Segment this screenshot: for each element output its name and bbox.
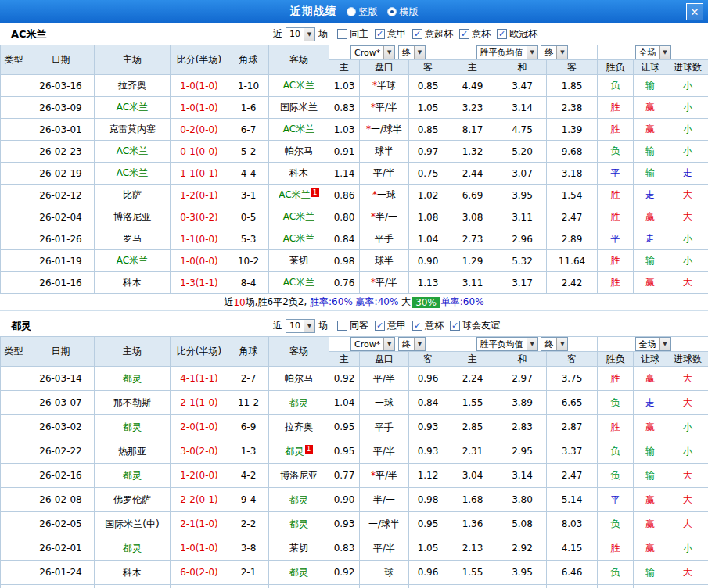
away-team-name: AC米兰 <box>283 233 314 244</box>
league-badge: 意甲 <box>1 228 27 250</box>
ah-away-odds: 0.85 <box>409 75 447 97</box>
home-win-odds: 1.68 <box>447 488 498 512</box>
home-win-odds: 3.11 <box>447 272 498 294</box>
result-cell: 平 <box>598 488 634 512</box>
odds-controls: 胜平负均值▼ 终▼ <box>447 337 598 352</box>
away-team: 罗马 <box>269 585 329 588</box>
col-odds-home: 主 <box>447 352 498 367</box>
corner-score: 3-8 <box>228 536 269 561</box>
ah-line-value: 平/半 <box>373 446 395 457</box>
filter-checkbox[interactable]: ✓欧冠杯 <box>497 27 537 41</box>
checkbox-label: 意超杯 <box>425 27 453 41</box>
result-cell: 胜 <box>598 185 634 206</box>
team-section-ac-milan: AC米兰 近 10 ▼ 场 同主✓意甲✓意超杯✓意杯✓欧冠杯 类型 日期 <box>0 23 708 311</box>
league-filters: 同客✓意甲✓意杯✓球会友谊 <box>331 319 500 332</box>
corner-score: 1-6 <box>228 97 269 119</box>
goals-result-cell: 小 <box>667 250 708 272</box>
chevron-down-icon: ▼ <box>414 338 425 350</box>
layout-radio-option[interactable]: 竖版 <box>347 5 378 19</box>
filter-checkbox[interactable]: 同主 <box>337 27 368 41</box>
ah-home-odds: 0.90 <box>329 488 360 512</box>
corner-score: 1-10 <box>228 75 269 97</box>
bookmaker-select[interactable]: Crow*▼ <box>350 45 395 59</box>
ah-away-odds: 1.02 <box>409 185 447 206</box>
match-scope-select[interactable]: 全场▼ <box>635 45 671 59</box>
chevron-down-icon: ▼ <box>383 46 394 59</box>
ah-away-odds: 0.96 <box>409 561 447 585</box>
checkbox-label: 欧冠杯 <box>509 27 537 41</box>
handicap-result-cell: 走 <box>634 228 667 250</box>
filter-checkbox[interactable]: ✓意杯 <box>459 27 491 41</box>
home-win-odds: 2.24 <box>447 367 498 391</box>
ah-home-odds: 0.93 <box>329 512 360 536</box>
chevron-down-icon: ▼ <box>659 46 670 59</box>
filter-checkbox[interactable]: 同客 <box>337 319 368 332</box>
match-date: 26-01-26 <box>27 228 95 250</box>
home-team-name: 都灵 <box>123 543 142 554</box>
ah-final-select[interactable]: 终▼ <box>398 45 426 59</box>
home-team: 比萨 <box>95 185 171 206</box>
match-score: 1-2(0-1) <box>171 185 228 206</box>
away-team-name: 帕尔马 <box>285 373 313 384</box>
handicap-result-cell: 输 <box>634 439 667 464</box>
col-ah-line: 盘口 <box>360 60 409 75</box>
match-date: 26-01-19 <box>27 250 95 272</box>
home-team: AC米兰 <box>95 97 171 119</box>
odds-average-select[interactable]: 胜平负均值▼ <box>476 45 538 59</box>
filter-checkbox[interactable]: ✓意甲 <box>375 27 406 41</box>
away-win-odds: 2.47 <box>547 464 598 488</box>
result-cell: 胜 <box>598 250 634 272</box>
league-badge: 意甲 <box>1 464 27 488</box>
match-scope-select[interactable]: 全场▼ <box>635 337 671 351</box>
odds-final-select[interactable]: 终▼ <box>541 45 568 59</box>
checkbox-label: 意甲 <box>387 27 406 41</box>
match-row: 意甲26-03-07那不勒斯2-1(1-0)11-2都灵1.04一球0.841.… <box>1 391 708 415</box>
layout-radio-option[interactable]: 横版 <box>387 5 419 19</box>
away-win-odds: 1.98 <box>547 585 598 588</box>
league-badge: 意甲 <box>1 561 27 585</box>
handicap-result-cell: 输 <box>634 75 667 97</box>
match-score: 1-3(1-1) <box>171 272 228 294</box>
filter-checkbox[interactable]: ✓意甲 <box>375 319 406 332</box>
corner-score: 5-3 <box>228 228 269 250</box>
match-scope-value: 全场 <box>636 46 659 59</box>
match-score: 2-1(1-0) <box>171 512 228 536</box>
goals-result-cell: 大 <box>667 464 708 488</box>
filter-row: AC米兰 近 10 ▼ 场 同主✓意甲✓意超杯✓意杯✓欧冠杯 <box>0 23 708 45</box>
goals-result-cell: 小 <box>667 97 708 119</box>
close-button[interactable]: ✕ <box>686 3 703 20</box>
col-result: 胜负 <box>598 352 634 367</box>
ah-line: *平/半 <box>360 464 409 488</box>
bookmaker-select[interactable]: Crow*▼ <box>350 337 395 351</box>
odds-average-select[interactable]: 胜平负均值▼ <box>476 337 538 351</box>
filter-checkbox[interactable]: ✓球会友谊 <box>450 319 500 332</box>
goals-result-cell: 大 <box>667 488 708 512</box>
match-row: 意甲26-01-26罗马1-1(0-0)5-3AC米兰0.84平手1.042.7… <box>1 228 708 250</box>
draw-odds: 4.75 <box>498 119 547 141</box>
col-score: 比分(半场) <box>171 337 228 367</box>
home-team: AC米兰 <box>95 250 171 272</box>
away-team-name: 莱切 <box>289 543 308 554</box>
match-date: 26-03-01 <box>27 119 95 141</box>
filter-checkbox[interactable]: ✓意杯 <box>412 319 444 332</box>
ah-away-odds: 0.95 <box>409 512 447 536</box>
home-team-name: 都灵 <box>123 421 142 432</box>
result-cell: 负 <box>598 391 634 415</box>
match-score: 6-0(2-0) <box>171 561 228 585</box>
col-date: 日期 <box>27 337 95 367</box>
recent-results-dialog: 近期战绩 竖版横版 ✕ AC米兰 近 10 ▼ 场 同主✓意甲✓意超杯✓意杯✓欧… <box>0 0 708 588</box>
away-win-odds: 6.65 <box>547 391 598 415</box>
ah-line-value: 球半 <box>375 255 394 266</box>
recent-count-select[interactable]: 10 ▼ <box>286 319 315 333</box>
filter-checkbox[interactable]: ✓意超杯 <box>412 27 453 41</box>
ah-final-select[interactable]: 终▼ <box>398 337 426 351</box>
recent-count-select[interactable]: 10 ▼ <box>286 27 315 41</box>
ah-line: 平/半 <box>360 163 409 185</box>
match-score: 0-2(0-0) <box>171 119 228 141</box>
col-away: 客场 <box>269 45 329 75</box>
home-win-odds: 1.36 <box>447 512 498 536</box>
goals-result-cell: 小 <box>667 75 708 97</box>
home-win-odds: 3.73 <box>447 585 498 588</box>
ah-home-odds: 0.83 <box>329 536 360 561</box>
odds-final-select[interactable]: 终▼ <box>541 337 568 351</box>
